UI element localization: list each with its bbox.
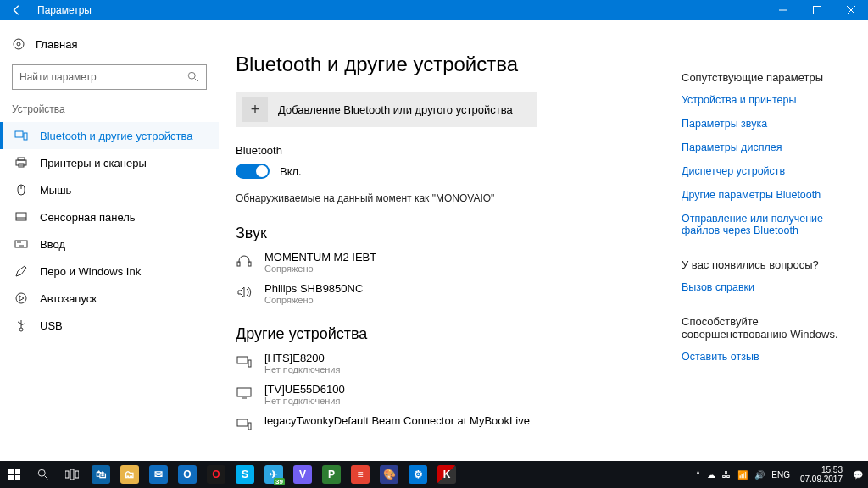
device-status: Нет подключения xyxy=(264,364,340,374)
headset-icon xyxy=(236,252,253,269)
tray-wifi-icon[interactable]: 📶 xyxy=(737,470,748,480)
taskbar: 🛍 🗂 ✉ O O S ✈39 V P ≡ 🎨 ⚙ K ˄ ☁ 🖧 📶 🔊 EN… xyxy=(0,461,868,488)
other-device[interactable]: [TV]UE55D6100 Нет подключения xyxy=(236,383,654,406)
svg-point-19 xyxy=(16,293,26,303)
taskbar-app-viber[interactable]: V xyxy=(288,461,317,488)
related-link[interactable]: Диспетчер устройств xyxy=(682,165,853,177)
related-link[interactable]: Параметры дисплея xyxy=(682,141,853,153)
touchpad-icon xyxy=(14,210,28,224)
tray-language[interactable]: ENG xyxy=(771,470,790,480)
taskview-icon[interactable] xyxy=(58,461,86,488)
svg-rect-35 xyxy=(15,475,20,480)
device-name: [HTS]E8200 xyxy=(264,352,340,364)
svg-rect-34 xyxy=(8,475,14,480)
clock-time: 15:53 xyxy=(800,465,843,474)
back-button[interactable] xyxy=(0,4,34,16)
clock-date: 07.09.2017 xyxy=(800,474,843,484)
feedback-link[interactable]: Оставить отзыв xyxy=(682,351,853,363)
other-device[interactable]: legacyTwonkyDefault Beam Connector at My… xyxy=(236,414,654,433)
tray-volume-icon[interactable]: 🔊 xyxy=(754,470,765,480)
svg-line-23 xyxy=(21,324,25,325)
sidebar-item-usb[interactable]: USB xyxy=(0,312,219,339)
bluetooth-state: Вкл. xyxy=(280,165,302,178)
taskbar-app-green[interactable]: P xyxy=(317,461,346,488)
svg-rect-28 xyxy=(237,388,251,396)
related-link[interactable]: Другие параметры Bluetooth xyxy=(682,189,853,201)
taskbar-app-outlook[interactable]: O xyxy=(173,461,202,488)
audio-device[interactable]: Philips SHB9850NC Сопряжено xyxy=(236,282,654,305)
add-device-label: Добавление Bluetooth или другого устройс… xyxy=(278,103,513,116)
window-title: Параметры xyxy=(34,4,766,16)
related-link[interactable]: Устройства и принтеры xyxy=(682,94,853,106)
related-link[interactable]: Отправление или получение файлов через B… xyxy=(682,213,853,236)
device-name: [TV]UE55D6100 xyxy=(264,383,345,396)
minimize-button[interactable] xyxy=(766,0,800,20)
device-name: legacyTwonkyDefault Beam Connector at My… xyxy=(264,414,530,427)
home-link[interactable]: Главная xyxy=(0,32,219,56)
system-tray[interactable]: ˄ ☁ 🖧 📶 🔊 xyxy=(696,470,765,480)
sidebar-item-printers[interactable]: Принтеры и сканеры xyxy=(0,149,219,176)
tray-onedrive-icon[interactable]: ☁ xyxy=(707,470,715,480)
sidebar-item-label: Перо и Windows Ink xyxy=(40,265,141,278)
autoplay-icon xyxy=(14,291,28,305)
sidebar-item-typing[interactable]: Ввод xyxy=(0,230,219,258)
start-button[interactable] xyxy=(0,461,29,488)
audio-header: Звук xyxy=(236,225,654,242)
maximize-button[interactable] xyxy=(800,0,834,20)
search-input[interactable]: Найти параметр xyxy=(12,64,207,90)
keyboard-icon xyxy=(14,237,28,251)
taskbar-clock[interactable]: 15:53 07.09.2017 xyxy=(797,465,846,484)
help-link[interactable]: Вызов справки xyxy=(682,281,853,293)
taskbar-app-skype[interactable]: S xyxy=(231,461,259,488)
audio-device[interactable]: MOMENTUM M2 IEBT Сопряжено xyxy=(236,251,654,274)
related-link[interactable]: Параметры звука xyxy=(682,118,853,130)
improve-header: Способствуйте совершенствованию Windows. xyxy=(682,315,853,341)
sidebar-item-label: USB xyxy=(40,319,63,332)
sidebar-item-touchpad[interactable]: Сенсорная панель xyxy=(0,203,219,230)
taskbar-app-kaspersky[interactable]: K xyxy=(432,461,461,488)
svg-rect-40 xyxy=(75,471,79,478)
taskbar-app-telegram[interactable]: ✈39 xyxy=(259,461,288,488)
sidebar-item-autoplay[interactable]: Автозапуск xyxy=(0,285,219,312)
sidebar-item-label: Bluetooth и другие устройства xyxy=(40,130,192,142)
sidebar-item-mouse[interactable]: Мышь xyxy=(0,176,219,203)
svg-point-20 xyxy=(19,328,23,331)
telegram-badge: 39 xyxy=(274,478,285,485)
svg-rect-6 xyxy=(15,131,23,137)
device-status: Нет подключения xyxy=(264,396,345,406)
sidebar-item-label: Принтеры и сканеры xyxy=(40,157,147,169)
usb-icon xyxy=(14,319,28,332)
bluetooth-toggle[interactable] xyxy=(236,164,270,179)
speaker-icon xyxy=(236,284,253,301)
gear-icon xyxy=(12,37,25,51)
taskbar-app-opera[interactable]: O xyxy=(202,461,231,488)
taskbar-app-mail[interactable]: ✉ xyxy=(144,461,173,488)
svg-point-4 xyxy=(188,72,195,79)
other-device[interactable]: [HTS]E8200 Нет подключения xyxy=(236,352,654,374)
svg-rect-7 xyxy=(24,133,27,140)
taskbar-app-paint[interactable]: 🎨 xyxy=(375,461,403,488)
bluetooth-label: Bluetooth xyxy=(236,144,654,157)
taskbar-app-explorer[interactable]: 🗂 xyxy=(115,461,144,488)
mouse-icon xyxy=(14,183,28,197)
main-content: Bluetooth и другие устройства + Добавлен… xyxy=(219,20,671,461)
media-device-icon xyxy=(236,416,253,433)
device-status: Сопряжено xyxy=(264,295,363,305)
action-center-icon[interactable]: 💬 xyxy=(853,470,863,480)
taskbar-app-todoist[interactable]: ≡ xyxy=(346,461,375,488)
search-taskbar-icon[interactable] xyxy=(29,461,58,488)
tray-chevron-icon[interactable]: ˄ xyxy=(696,470,700,480)
svg-rect-26 xyxy=(237,357,248,363)
add-device-button[interactable]: + Добавление Bluetooth или другого устро… xyxy=(236,92,537,127)
taskbar-app-store[interactable]: 🛍 xyxy=(86,461,115,488)
taskbar-app-settings[interactable]: ⚙ xyxy=(403,461,432,488)
svg-rect-33 xyxy=(15,469,20,474)
sidebar-item-bluetooth[interactable]: Bluetooth и другие устройства xyxy=(0,122,219,149)
device-status: Сопряжено xyxy=(264,263,376,274)
close-button[interactable] xyxy=(834,0,868,20)
questions-header: У вас появились вопросы? xyxy=(682,258,853,271)
svg-rect-30 xyxy=(237,419,248,426)
tray-network-icon[interactable]: 🖧 xyxy=(722,470,731,480)
sidebar-item-pen[interactable]: Перо и Windows Ink xyxy=(0,258,219,285)
svg-rect-32 xyxy=(8,469,14,474)
